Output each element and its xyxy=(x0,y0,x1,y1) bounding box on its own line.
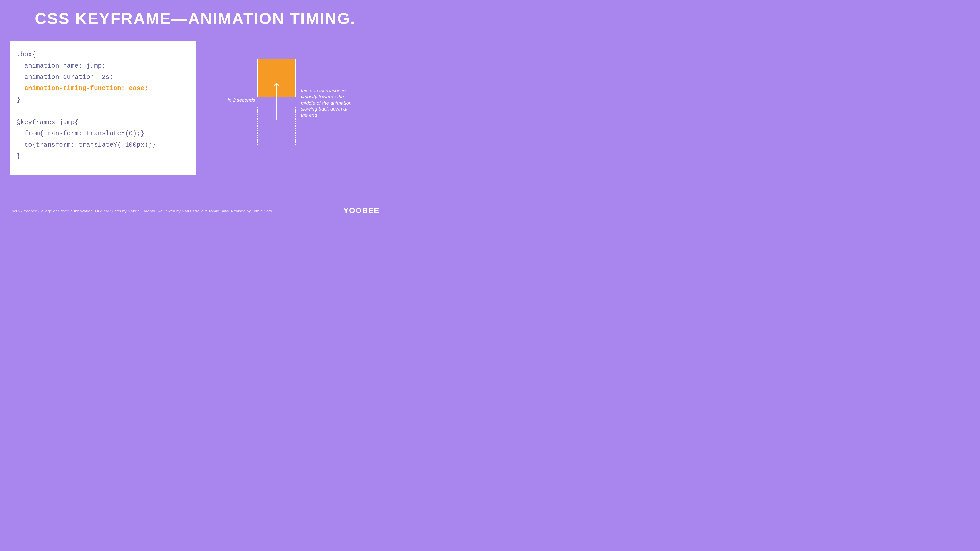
code-line: from{transform: translateY(0);} xyxy=(16,130,144,137)
code-block: .box{ animation-name: jump; animation-du… xyxy=(16,49,189,162)
animation-diagram: in 2 seconds this one increases in veloc… xyxy=(216,56,365,154)
code-line: animation-name: jump; xyxy=(16,62,106,70)
diagram-left-label: in 2 seconds xyxy=(216,97,255,103)
code-line: to{transform: translateY(-100px);} xyxy=(16,141,156,149)
footer-divider xyxy=(10,203,381,203)
slide-title: CSS KEYFRAME—ANIMATION TIMING. xyxy=(0,9,390,28)
code-line: } xyxy=(16,152,21,160)
arrow-up-icon xyxy=(276,84,277,120)
code-line-highlight: animation-timing-function: ease; xyxy=(16,85,148,92)
code-line: @keyframes jump{ xyxy=(16,119,78,126)
code-panel: .box{ animation-name: jump; animation-du… xyxy=(10,41,196,175)
code-line: animation-duration: 2s; xyxy=(16,74,113,81)
code-line: .box{ xyxy=(16,51,36,58)
code-line: } xyxy=(16,96,21,103)
footer-credits: ©2022 Yoobee College of Creative Innovat… xyxy=(11,209,273,213)
brand-logo: YOOBEE xyxy=(344,206,380,215)
diagram-right-label: this one increases in velocity towards t… xyxy=(301,87,355,118)
